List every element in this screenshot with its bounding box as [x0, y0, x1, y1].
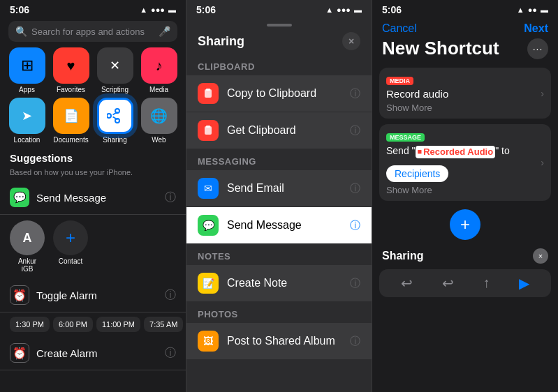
- search-icon: 🔍: [15, 26, 27, 37]
- get-clipboard-info: ⓘ: [350, 124, 360, 137]
- send-message-sheet-row[interactable]: 💬 Send Message ⓘ: [186, 207, 372, 243]
- media-badge: MEDIA: [386, 77, 413, 85]
- location-label: Location: [14, 136, 41, 144]
- sheet-header: Sharing ×: [186, 27, 372, 54]
- messaging-section: Messaging ✉ Send Email ⓘ 💬 Send Message …: [186, 149, 372, 244]
- status-icons-3: ▲ ●● ▬: [517, 6, 548, 14]
- web-label: Web: [152, 136, 166, 144]
- create-note-icon: 📝: [198, 273, 219, 294]
- send-message-show-more[interactable]: Show More: [386, 185, 544, 195]
- search-bar[interactable]: 🔍 Search for apps and actions 🎤: [8, 21, 177, 42]
- post-shared-album-row[interactable]: 🖼 Post to Shared Album ⓘ: [186, 323, 372, 359]
- svg-rect-3: [206, 126, 210, 128]
- token-icon: ■ Recorded Audio: [416, 146, 496, 158]
- app-item-web[interactable]: 🌐 Web: [139, 98, 179, 144]
- time-chip-3[interactable]: 7:35 AM: [144, 317, 183, 332]
- app-item-media[interactable]: ♪ Media: [139, 47, 179, 93]
- wifi-icon-3: ▲: [517, 6, 524, 14]
- post-shared-album-label: Post to Shared Album: [227, 335, 342, 347]
- panel-sharing-sheet: 5:06 ▲ ●●● ▬ Sharing × Clipboard Copy to…: [186, 0, 372, 392]
- create-alarm-row[interactable]: ⏰ Create Alarm ⓘ: [0, 336, 186, 370]
- sharing-share-icon[interactable]: ↑: [483, 275, 490, 291]
- post-shared-album-icon: 🖼: [198, 331, 219, 352]
- add-contact-icon: +: [53, 220, 88, 255]
- record-audio-card[interactable]: MEDIA Record audio Show More ›: [379, 68, 551, 119]
- status-icons-2: ▲ ●●● ▬: [325, 6, 362, 14]
- time-chip-2[interactable]: 11:00 PM: [96, 317, 140, 332]
- share-svg: [107, 107, 124, 124]
- message-content: Send "■ Recorded Audio" to: [386, 144, 544, 158]
- add-action-button[interactable]: +: [450, 209, 480, 240]
- time-chip-1[interactable]: 6:00 PM: [53, 317, 93, 332]
- avatar-contact[interactable]: + Contact: [53, 220, 88, 273]
- time-3: 5:06: [382, 4, 402, 15]
- send-email-label: Send Email: [227, 182, 342, 195]
- more-icon: ···: [533, 43, 543, 54]
- send-email-info: ⓘ: [350, 182, 360, 195]
- sharing-forward-icon[interactable]: ↩: [442, 275, 454, 292]
- avatar-name: AnkuriGB: [10, 257, 45, 273]
- message-badge: MESSAGE: [386, 133, 425, 142]
- more-options-button[interactable]: ···: [527, 38, 548, 59]
- nav-bar-3: Cancel Next: [372, 18, 558, 38]
- sharing-footer: ↩ ↩ ↑ ▶: [379, 269, 551, 297]
- app-item-favorites[interactable]: ♥ Favorites: [51, 47, 91, 93]
- favorites-label: Favorites: [57, 86, 85, 93]
- post-shared-album-info: ⓘ: [350, 335, 360, 348]
- signal-icon-2: ●●●: [337, 6, 351, 14]
- get-clipboard-row[interactable]: Get Clipboard ⓘ: [186, 112, 372, 149]
- copy-clipboard-icon: [198, 83, 219, 104]
- avatar-ankur: A AnkuriGB: [10, 220, 45, 273]
- scripting-label: Scripting: [101, 86, 129, 93]
- location-icon: ➤: [9, 98, 45, 134]
- next-button[interactable]: Next: [524, 22, 548, 35]
- send-email-row[interactable]: ✉ Send Email ⓘ: [186, 170, 372, 206]
- scripting-icon: ✕: [97, 47, 133, 84]
- sharing-replay-icon[interactable]: ↩: [401, 275, 413, 292]
- send-message-card-chevron: ›: [541, 157, 544, 168]
- wifi-icon: ▲: [140, 6, 147, 14]
- send-message-card[interactable]: MESSAGE Send "■ Recorded Audio" to Recip…: [379, 124, 551, 201]
- create-alarm-label: Create Alarm: [36, 347, 158, 359]
- create-alarm-icon: ⏰: [10, 343, 29, 363]
- send-message-icon: 💬: [10, 188, 29, 207]
- alarm-label: Toggle Alarm: [36, 289, 158, 301]
- sharing-footer-label: Sharing: [382, 250, 424, 262]
- documents-label: Documents: [53, 136, 89, 144]
- app-item-scripting[interactable]: ✕ Scripting: [95, 47, 135, 93]
- app-item-documents[interactable]: 📄 Documents: [51, 98, 91, 144]
- status-bar-3: 5:06 ▲ ●● ▬: [372, 0, 558, 18]
- suggestions-title: Suggestions: [0, 151, 186, 168]
- toggle-alarm-row[interactable]: ⏰ Toggle Alarm ⓘ: [0, 278, 186, 312]
- sharing-play-icon[interactable]: ▶: [519, 275, 529, 292]
- clipboard-svg: [203, 88, 214, 99]
- messaging-section-title: Messaging: [186, 149, 372, 169]
- record-audio-show-more[interactable]: Show More: [386, 103, 448, 113]
- search-placeholder: Search for apps and actions: [31, 27, 145, 37]
- app-item-apps[interactable]: ⊞ Apps: [7, 47, 47, 93]
- panel-shortcuts: 5:06 ▲ ●●● ▬ 🔍 Search for apps and actio…: [0, 0, 186, 392]
- app-item-sharing[interactable]: Sharing: [95, 98, 135, 144]
- media-icon: ♪: [141, 47, 177, 84]
- record-audio-chevron: ›: [541, 88, 544, 99]
- copy-to-clipboard-row[interactable]: Copy to Clipboard ⓘ: [186, 75, 372, 112]
- time-chip-0[interactable]: 1:30 PM: [10, 317, 50, 332]
- recipients-pill[interactable]: Recipients: [386, 165, 448, 182]
- battery-icon-2: ▬: [354, 6, 362, 14]
- mic-icon: 🎤: [159, 26, 170, 37]
- send-message-label: Send Message: [36, 192, 158, 204]
- signal-icon-3: ●●: [528, 6, 537, 14]
- documents-icon: 📄: [53, 98, 89, 134]
- apps-label: Apps: [19, 86, 35, 93]
- avatar-row: A AnkuriGB + Contact: [0, 215, 186, 278]
- sheet-close-button[interactable]: ×: [342, 32, 360, 50]
- email-glyph: ✉: [204, 183, 212, 194]
- status-bar-1: 5:06 ▲ ●●● ▬: [0, 0, 186, 18]
- clipboard-section: Clipboard Copy to Clipboard ⓘ Get Clipbo…: [186, 54, 372, 149]
- create-note-row[interactable]: 📝 Create Note ⓘ: [186, 265, 372, 301]
- record-audio-title: Record audio: [386, 88, 448, 100]
- send-message-row[interactable]: 💬 Send Message ⓘ: [0, 181, 186, 215]
- sharing-close-button[interactable]: ×: [533, 248, 548, 264]
- cancel-button[interactable]: Cancel: [382, 22, 417, 35]
- app-item-location[interactable]: ➤ Location: [7, 98, 47, 144]
